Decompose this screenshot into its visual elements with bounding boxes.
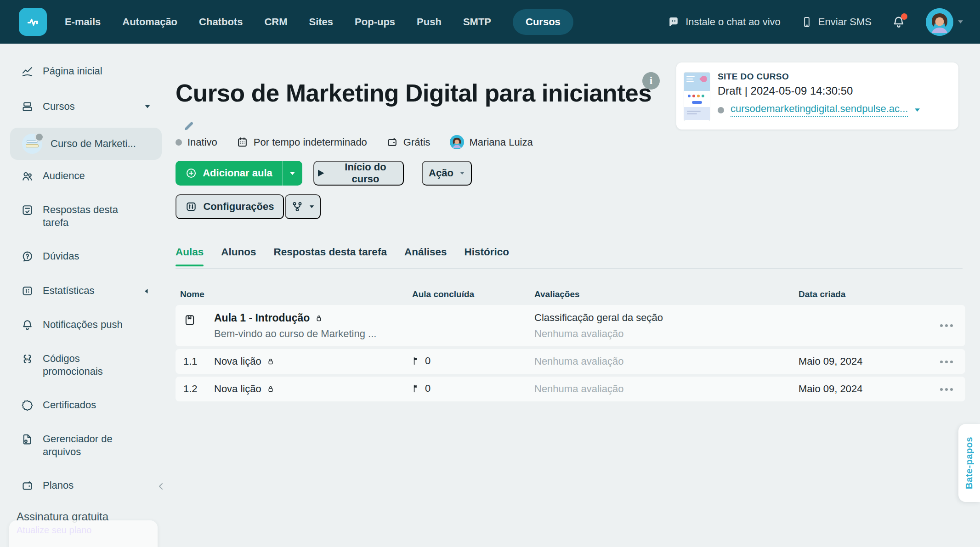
action-menu-button[interactable]: Ação [422,161,472,186]
site-status-dot [718,107,724,113]
sidebar-item-home[interactable]: Página inicial [0,65,169,78]
sidebar-item-certificados[interactable]: Certificados [0,399,169,412]
sidebar-item-file-manager[interactable]: Gerenciador de arquivos [0,433,169,458]
sidebar-item-label: Página inicial [43,65,102,78]
user-avatar [926,8,953,36]
caret-down-icon [144,104,151,109]
course-thumbnail [22,134,42,154]
sendpulse-course-page: E-mails Automação Chatbots CRM Sites Pop… [0,0,980,547]
account-menu[interactable] [926,8,963,36]
sidebar-item-label: Certificados [43,399,96,412]
main-content: Curso de Marketing Digital para iniciant… [169,44,980,547]
question-bubble-icon [21,250,34,263]
lesson-title: Nova lição [214,383,275,395]
row-menu-button[interactable] [940,388,953,391]
table-row-lesson[interactable]: 1.1 Nova lição 0 Nenhuma avaliação Maio … [176,349,965,374]
sendpulse-logo[interactable] [19,8,47,36]
site-url-link[interactable]: cursodemarketingdigital.sendpulse.ac... [731,103,908,117]
chevron-down-icon [957,20,963,24]
site-preview-thumbnail[interactable] [684,72,710,121]
stats-icon [21,285,34,297]
settings-button[interactable]: Configurações [176,194,284,219]
sidebar-item-label: Cursos [43,100,75,113]
sidebar-item-duvidas[interactable]: Dúvidas [0,250,169,263]
seal-icon [21,399,34,412]
sidebar-item-cursos[interactable]: Cursos [0,100,169,113]
column-avaliacoes: Avaliações [534,289,580,299]
lesson-rating: Nenhuma avaliação [534,355,623,367]
course-status-badge [34,132,44,142]
table-row-lesson[interactable]: 1.2 Nova lição 0 Nenhuma avaliação Maio … [176,377,965,401]
main-menu: E-mails Automação Chatbots CRM Sites Pop… [65,9,573,35]
install-live-chat-button[interactable]: Instale o chat ao vivo [667,16,781,28]
play-icon [317,169,325,177]
tab-analises[interactable]: Análises [404,246,447,266]
sidebar-item-label: Dúvidas [43,250,79,263]
caret-down-icon [289,171,295,175]
tab-aulas[interactable]: Aulas [176,246,204,266]
add-lesson-split-button: Adicionar aula [176,161,302,186]
course-meta: Inativo Por tempo indeterminado [176,135,533,149]
promo-ticket-icon: % [21,353,34,365]
nav-item-cursos[interactable]: Cursos [513,9,573,35]
add-lesson-button[interactable]: Adicionar aula [176,161,282,186]
sidebar-item-promo-codes[interactable]: % Códigos promocionais [0,352,169,378]
automation-flow-button[interactable] [285,194,321,219]
add-lesson-dropdown-button[interactable] [282,161,302,186]
file-icon [21,433,34,445]
sidebar: Página inicial Cursos Curso de Marketi..… [0,44,169,547]
nav-item-popups[interactable]: Pop-ups [355,16,395,28]
sidebar-item-label: Estatísticas [43,284,94,297]
nav-item-smtp[interactable]: SMTP [463,16,491,28]
wallet-icon [386,136,398,148]
tab-respostas[interactable]: Respostas desta tarefa [274,246,387,266]
tabs-divider [176,268,963,269]
sidebar-item-respostas[interactable]: Respostas desta tarefa [0,203,169,229]
lesson-number: 1.2 [183,383,198,395]
lesson-number: 1.1 [183,355,198,367]
notification-dot [901,13,907,20]
sidebar-item-label: Códigos promocionais [43,352,130,378]
info-icon[interactable]: i [642,72,660,90]
tab-historico[interactable]: Histórico [464,246,509,266]
page-title: Curso de Marketing Digital para iniciant… [176,78,653,139]
nav-item-sites[interactable]: Sites [309,16,334,28]
send-sms-button[interactable]: Enviar SMS [801,16,872,28]
site-card-label: SITE DO CURSO [718,72,789,82]
row-menu-button[interactable] [940,324,953,327]
chats-side-tab[interactable]: Bate-papos [958,424,980,502]
sidebar-item-audience[interactable]: Audience [0,169,169,182]
sidebar-item-planos[interactable]: Planos [0,479,169,492]
url-caret-down-icon[interactable] [914,108,920,112]
caret-left-icon [144,288,148,294]
nav-item-emails[interactable]: E-mails [65,16,101,28]
column-data-criada: Data criada [799,289,845,299]
tab-alunos[interactable]: Alunos [221,246,256,266]
nav-item-push[interactable]: Push [417,16,442,28]
course-tabs: Aulas Alunos Respostas desta tarefa Anál… [176,246,509,266]
nav-right: Instale o chat ao vivo Enviar SMS [667,8,963,36]
git-branch-icon [291,201,303,213]
table-row-section[interactable]: Aula 1 - Introdução Bem-vindo ao curso d… [176,305,965,346]
sidebar-item-label: Gerenciador de arquivos [43,433,130,458]
lesson-completed: 0 [412,355,431,367]
collapse-chevron-icon[interactable] [158,483,164,490]
nav-item-automacao[interactable]: Automação [122,16,177,28]
chat-bubble-icon [667,16,680,28]
nav-item-chatbots[interactable]: Chatbots [199,16,243,28]
section-title: Aula 1 - Introdução [214,312,323,324]
edit-title-button[interactable] [182,119,196,133]
notifications-button[interactable] [892,15,906,29]
svg-text:%: % [25,356,29,361]
course-price: Grátis [386,136,431,148]
lesson-date: Maio 09, 2024 [799,383,862,395]
lock-icon [266,384,275,394]
course-start-button[interactable]: Início do curso [313,161,404,186]
sidebar-item-estatisticas[interactable]: Estatísticas [0,284,169,297]
sidebar-item-push[interactable]: Notificações push [0,318,169,331]
sidebar-item-current-course[interactable]: Curso de Marketi... [10,128,162,160]
course-status: Inativo [176,136,217,148]
nav-item-crm[interactable]: CRM [264,16,287,28]
sidebar-item-label: Audience [43,169,85,182]
row-menu-button[interactable] [940,361,953,363]
